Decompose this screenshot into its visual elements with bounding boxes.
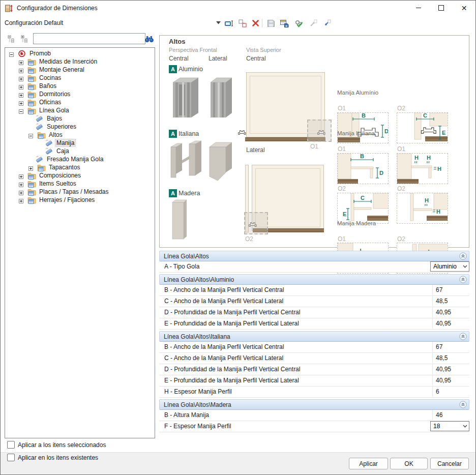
property-value-field[interactable]: 40,95 xyxy=(432,364,469,374)
svg-text:D: D xyxy=(379,170,383,176)
folder-icon xyxy=(27,82,36,90)
folder-icon xyxy=(27,172,36,180)
apply-button[interactable]: Aplicar xyxy=(349,458,388,469)
collapse-section-icon[interactable] xyxy=(459,401,467,408)
maximize-button[interactable] xyxy=(430,1,453,15)
close-button[interactable]: ✕ xyxy=(453,1,475,15)
property-row-d: D - Profundidad de la Manija Perfil Vert… xyxy=(159,364,469,375)
tree-item-dormitorios[interactable]: Dormitorios xyxy=(5,90,155,98)
expand-expander-icon[interactable] xyxy=(19,173,23,178)
section-header-linea-gola-altos-italiana[interactable]: Línea Gola\Altos\Italiana xyxy=(159,331,469,342)
duplicate-config-icon[interactable] xyxy=(236,17,248,29)
expand-expander-icon[interactable] xyxy=(19,76,23,80)
property-label: D - Profundidad de la Manija Perfil Vert… xyxy=(159,309,300,316)
dimension-diagram-alu-o2: CE xyxy=(397,112,448,143)
svg-text:H: H xyxy=(414,155,419,161)
detail-marker-o2 xyxy=(244,212,268,234)
property-value-field[interactable]: 40,95 xyxy=(432,307,469,317)
collapse-section-icon[interactable] xyxy=(459,252,467,260)
property-value-field[interactable]: 48,5 xyxy=(432,296,469,306)
expand-expander-icon[interactable] xyxy=(19,92,23,97)
dropdown-value: 18 xyxy=(433,423,440,430)
tree-item-oficinas[interactable]: Oficinas xyxy=(5,98,155,106)
collapse-all-button[interactable] xyxy=(6,33,17,44)
collapse-expander-icon[interactable] xyxy=(19,108,23,113)
tree-item-fresado-manija-gola[interactable]: Fresado Manija Gola xyxy=(5,155,155,163)
tree-item-label: Dormitorios xyxy=(38,91,71,98)
tree-item-superiores[interactable]: Superiores xyxy=(5,123,155,131)
expand-expander-icon[interactable] xyxy=(19,84,23,88)
section-header-linea-gola-altos-madera[interactable]: Línea Gola\Altos\Madera xyxy=(159,399,469,410)
property-value-field[interactable]: 40,95 xyxy=(432,318,469,329)
tree-item-composiciones[interactable]: Composiciones xyxy=(5,171,155,180)
configuration-combo[interactable]: Configuración Default xyxy=(5,16,63,30)
apply-existing-option[interactable]: Aplicar en los itens existentes xyxy=(7,454,98,461)
tree-item-linea-gola[interactable]: Línea Gola xyxy=(5,106,155,114)
ok-button[interactable]: OK xyxy=(390,458,428,469)
collapse-expander-icon[interactable] xyxy=(9,51,14,56)
expand-expander-icon[interactable] xyxy=(19,198,23,202)
tree-item-caja[interactable]: Caja xyxy=(5,147,155,155)
import-icon[interactable] xyxy=(307,17,319,29)
cancel-button[interactable]: Cancelar xyxy=(430,458,469,469)
apply-selected-option[interactable]: Aplicar a los itens seleccionados xyxy=(7,441,106,449)
tree-item-manija[interactable]: Manija xyxy=(5,139,155,147)
tag-icon xyxy=(45,147,53,155)
property-row-a: A - Tipo GolaAluminio xyxy=(159,261,469,273)
section-header-label: Línea Gola\Altos\Madera xyxy=(160,401,231,408)
section-header-linea-gola-altos[interactable]: Línea Gola\Altos xyxy=(159,251,469,261)
apply-existing-checkbox[interactable] xyxy=(7,454,15,461)
delete-config-icon[interactable] xyxy=(250,17,261,29)
collapse-section-icon[interactable] xyxy=(459,333,467,340)
property-value-field[interactable]: 67 xyxy=(432,285,469,295)
expand-expander-icon[interactable] xyxy=(19,68,23,72)
expand-expander-icon[interactable] xyxy=(19,100,23,105)
property-value-field[interactable]: 40,95 xyxy=(432,375,469,385)
expand-expander-icon[interactable] xyxy=(28,165,33,170)
tree-item-banos[interactable]: Baños xyxy=(5,82,155,90)
tree-item-tapacantos[interactable]: Tapacantos xyxy=(5,163,155,171)
tree-item-bajos[interactable]: Bajos xyxy=(5,114,155,123)
property-label: H - Espesor Manija Perfil xyxy=(159,388,232,395)
property-value-field[interactable]: 46 xyxy=(432,410,469,420)
expand-all-button[interactable] xyxy=(19,33,30,44)
tree-item-altos[interactable]: Altos xyxy=(5,131,155,139)
property-value-field[interactable]: 6 xyxy=(432,387,469,397)
dimension-diagram-ita-o1a: BD xyxy=(337,153,389,184)
svg-text:C: C xyxy=(361,195,365,201)
dropdown-arrow-icon[interactable] xyxy=(215,19,222,27)
property-row-c: C - Ancho de la Manija Perfil Vertical L… xyxy=(159,296,469,307)
find-binoculars-icon[interactable] xyxy=(143,33,155,44)
minimize-button[interactable] xyxy=(407,1,430,15)
property-row-b: B - Altura Manija46 xyxy=(159,410,469,421)
property-dropdown[interactable]: Aluminio xyxy=(430,261,469,272)
property-row-e: E - Profundidad de la Manija Perfil Vert… xyxy=(159,375,469,387)
tree-item-herrajes-fijaciones[interactable]: Herrajes / Fijaciones xyxy=(5,196,155,204)
expand-expander-icon[interactable] xyxy=(19,60,23,64)
badge-label: Italiana xyxy=(178,130,199,137)
expand-expander-icon[interactable] xyxy=(19,190,23,194)
section-header-linea-gola-altos-aluminio[interactable]: Línea Gola\Altos\Aluminio xyxy=(159,274,469,285)
property-value-field[interactable]: 67 xyxy=(432,342,469,352)
tree-item-label: Promob xyxy=(28,50,52,57)
expand-expander-icon[interactable] xyxy=(19,182,23,186)
tree-item-placas-tapas-mesadas[interactable]: Placas / Tapas / Mesadas xyxy=(5,188,155,196)
export-icon[interactable] xyxy=(321,17,333,29)
collapse-expander-icon[interactable] xyxy=(28,133,33,137)
toolbar-separator xyxy=(262,19,262,27)
apply-check-icon[interactable] xyxy=(293,17,305,29)
property-value-field[interactable]: 48,5 xyxy=(432,353,469,363)
collapse-section-icon[interactable] xyxy=(459,276,467,283)
tree-item-montaje-general[interactable]: Montaje General xyxy=(5,66,155,74)
marker-o1-label: O1 xyxy=(310,143,318,150)
save-as-icon[interactable] xyxy=(279,17,290,29)
save-icon[interactable] xyxy=(265,17,277,29)
tree-item-items-sueltos[interactable]: Items Sueltos xyxy=(5,180,155,188)
property-dropdown[interactable]: 18 xyxy=(430,421,469,431)
tree-item-promob[interactable]: Promob xyxy=(5,49,155,57)
search-input[interactable] xyxy=(33,33,145,44)
rename-config-icon[interactable] xyxy=(223,17,235,29)
tree-item-cocinas[interactable]: Cocinas xyxy=(5,74,155,82)
tree-item-medidas-de-insercion[interactable]: Medidas de Inserción xyxy=(5,57,155,66)
apply-selected-checkbox[interactable] xyxy=(7,441,15,449)
